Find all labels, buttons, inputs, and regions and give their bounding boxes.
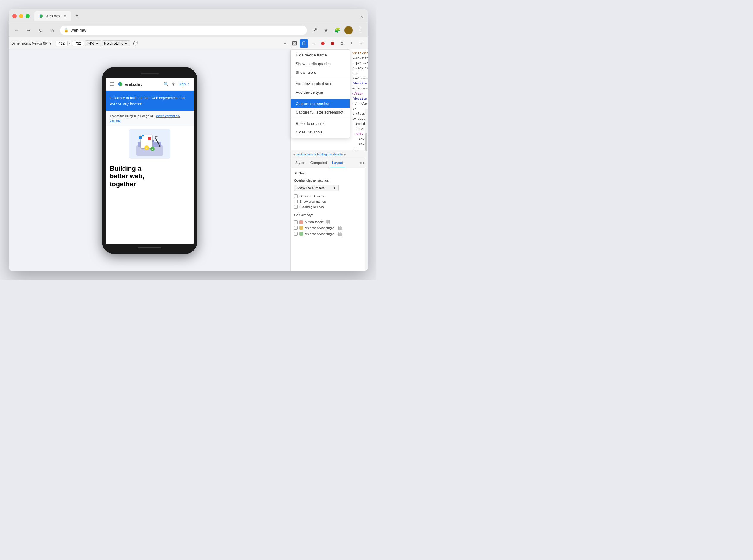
device-toggle-button[interactable]	[300, 39, 308, 47]
width-input[interactable]	[56, 41, 67, 46]
refresh-button[interactable]: ↻	[36, 26, 45, 35]
capture-screenshot-item[interactable]: Capture screenshot	[291, 99, 350, 108]
more-panels-button[interactable]: »	[309, 39, 317, 47]
devtools-more-button[interactable]: ⋮	[347, 39, 356, 47]
tab-more[interactable]: >>	[360, 161, 365, 166]
illustration-svg: ✓ ✓	[132, 131, 168, 157]
tab-area: web.dev × +	[35, 11, 360, 21]
capture-full-size-item[interactable]: Capture full size screenshot	[291, 108, 350, 117]
rotate-icon[interactable]	[131, 39, 139, 47]
overlay-3-label: div.devsite-landing-r...	[305, 232, 336, 236]
html-line: vsite-sidel	[350, 51, 368, 56]
show-track-sizes-checkbox[interactable]	[294, 194, 298, 198]
site-logo: web.dev	[117, 81, 143, 87]
phone-home-bar	[138, 247, 161, 248]
svg-marker-1	[40, 14, 43, 18]
site-headline-text: Building a better web, together	[110, 165, 190, 188]
forward-button[interactable]: →	[24, 26, 33, 35]
close-devtools-item[interactable]: Close DevTools	[291, 128, 350, 136]
scrollbar-thumb[interactable]	[366, 133, 367, 151]
overlay-1-grid-icon[interactable]	[326, 220, 330, 224]
lock-icon: 🔒	[64, 28, 69, 33]
tab-close-button[interactable]: ×	[62, 14, 67, 18]
overlay-3-grid-icon[interactable]	[338, 232, 342, 236]
hide-device-frame-item[interactable]: Hide device frame	[291, 51, 350, 59]
back-button[interactable]: ←	[13, 26, 21, 35]
html-line: nt>	[350, 71, 368, 76]
bookmark-icon[interactable]: ★	[322, 26, 330, 35]
reset-to-defaults-item[interactable]: Reset to defaults	[291, 119, 350, 128]
minimize-button[interactable]	[19, 14, 23, 18]
breadcrumb-text: section.devsite-landing-row.devsite	[296, 153, 343, 156]
show-media-queries-item[interactable]: Show media queries	[291, 59, 350, 68]
site-headline: Building a better web, together	[105, 162, 194, 191]
add-device-type-item[interactable]: Add device type	[291, 88, 350, 97]
html-line: er-announce	[350, 86, 368, 91]
announcement-link: Watch content on-demand	[110, 115, 180, 122]
breadcrumb-arrow: ◀	[293, 153, 295, 156]
inspect-element-button[interactable]	[290, 39, 298, 47]
close-button[interactable]	[13, 14, 17, 18]
site-header: ☰ web.dev 🔍 ☀	[105, 78, 194, 91]
layout-section: ▼ Grid Overlay display settings Show lin…	[291, 170, 368, 242]
svg-rect-22	[148, 137, 151, 140]
url-bar[interactable]: 🔒 web.dev	[60, 25, 307, 35]
svg-rect-21	[142, 135, 144, 136]
overlay-2-checkbox[interactable]	[294, 226, 298, 230]
tab-layout[interactable]: Layout	[330, 159, 345, 167]
site-menu-icon: ☰	[110, 81, 114, 87]
home-button[interactable]: ⌂	[48, 26, 57, 35]
menu-icon[interactable]: ⋮	[356, 26, 364, 35]
show-area-names-label: Show area names	[300, 200, 326, 203]
overlay-row-1: button.toggle	[294, 219, 364, 225]
site-header-actions: 🔍 ☀ Sign in	[163, 82, 190, 86]
line-numbers-dropdown[interactable]: Show line numbers ▼	[294, 185, 339, 191]
show-track-sizes-row: Show track sizes	[294, 194, 364, 199]
title-bar: web.dev × + ⌄	[9, 9, 368, 23]
svg-text:✓: ✓	[151, 147, 154, 151]
settings-button[interactable]: ⚙	[338, 39, 346, 47]
devtools-scrollbar[interactable]	[365, 109, 368, 271]
menu-separator-1	[291, 78, 350, 78]
layout-panel: ▼ Grid Overlay display settings Show lin…	[291, 168, 368, 271]
svg-rect-20	[139, 136, 141, 139]
overlay-2-grid-icon[interactable]	[338, 226, 342, 230]
html-line: --devsite-j:	[350, 56, 368, 61]
html-line: "devsite-a	[350, 96, 368, 101]
add-device-pixel-ratio-item[interactable]: Add device pixel ratio	[291, 79, 350, 88]
svg-point-8	[331, 42, 334, 45]
browser-tab[interactable]: web.dev ×	[35, 11, 71, 21]
overlay-row-2: div.devsite-landing-r...	[294, 225, 364, 231]
height-input[interactable]	[72, 41, 84, 46]
show-rulers-item[interactable]: Show rulers	[291, 68, 350, 77]
site-theme-icon: ☀	[172, 82, 175, 86]
close-devtools-button[interactable]: ×	[357, 39, 365, 47]
overlay-1-checkbox[interactable]	[294, 220, 298, 224]
dimensions-selector[interactable]: Dimensions: Nexus 6P ▼	[11, 41, 52, 45]
svg-point-7	[321, 42, 325, 45]
tab-computed[interactable]: Computed	[308, 159, 329, 167]
external-link-icon[interactable]	[310, 26, 319, 35]
breadcrumb: ◀ section.devsite-landing-row.devsite ▶	[291, 150, 368, 158]
illustration-box: ✓ ✓	[129, 129, 170, 159]
svg-rect-35	[339, 234, 340, 236]
avatar[interactable]	[344, 26, 353, 35]
traffic-lights	[13, 14, 30, 18]
show-area-names-checkbox[interactable]	[294, 200, 298, 203]
overlay-3-checkbox[interactable]	[294, 232, 298, 236]
html-line: 51px; --dev	[350, 61, 368, 66]
more-dropdown-button[interactable]: ▾	[281, 39, 289, 47]
new-tab-button[interactable]: +	[73, 12, 81, 20]
throttle-selector[interactable]: No throttling ▼	[102, 40, 130, 46]
maximize-button[interactable]	[25, 14, 30, 18]
svg-rect-33	[339, 232, 340, 234]
svg-rect-30	[341, 226, 342, 228]
extensions-icon[interactable]: 🧩	[333, 26, 342, 35]
title-bar-actions: ⌄	[360, 13, 364, 19]
extend-grid-lines-checkbox[interactable]	[294, 205, 298, 209]
html-line: </div>	[350, 91, 368, 96]
overlay-2-color	[300, 226, 303, 230]
zoom-selector[interactable]: 74% ▼	[85, 40, 101, 46]
overlay-display-settings: Overlay display settings Show line numbe…	[294, 177, 364, 238]
tab-styles[interactable]: Styles	[293, 159, 308, 167]
